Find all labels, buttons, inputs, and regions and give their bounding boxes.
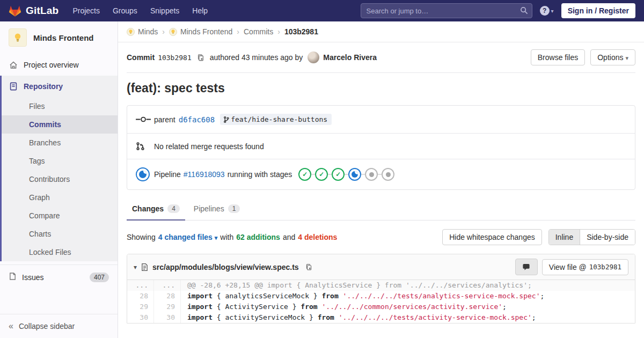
old-line-number[interactable]: ...: [127, 280, 154, 291]
commit-info-box: parent d6fac608 feat/hide-share-buttons …: [127, 105, 635, 190]
stage-passed-icon[interactable]: ✓: [315, 168, 328, 181]
sidebar-item-label: Repository: [24, 82, 63, 91]
collapse-diff-icon[interactable]: ▾: [134, 263, 137, 271]
stage-connector: [345, 174, 348, 175]
sidebar-item-graph[interactable]: Graph: [2, 188, 118, 207]
chevron-down-icon: ▾: [215, 234, 218, 241]
stage-running-icon[interactable]: [348, 168, 361, 181]
sidebar-item-locked-files[interactable]: Locked Files: [2, 243, 118, 261]
new-line-number[interactable]: 28: [154, 291, 181, 302]
with-label: with: [220, 233, 233, 241]
old-line-number[interactable]: 30: [127, 312, 154, 323]
breadcrumb-avatar-icon: [127, 28, 135, 36]
toggle-comments-button[interactable]: [515, 259, 538, 275]
primary-nav: ProjectsGroupsSnippetsHelp: [72, 6, 208, 15]
project-avatar-lightbulb-icon: [9, 28, 27, 47]
top-navbar: GitLab ProjectsGroupsSnippetsHelp ? ▾ Si…: [0, 0, 644, 21]
issues-icon: [9, 272, 17, 282]
commit-title: (feat): spec tests: [127, 81, 635, 95]
authored-text: authored 43 minutes ago by: [210, 53, 303, 62]
tab-pipelines[interactable]: Pipelines1: [188, 199, 246, 220]
stage-connector: [311, 174, 315, 175]
diff-file-path[interactable]: src/app/modules/blogs/view/view.spec.ts: [152, 263, 299, 271]
tab-changes[interactable]: Changes4: [127, 199, 185, 220]
sidebar-section-repository: Repository FilesCommitsBranchesTagsContr…: [0, 76, 118, 261]
sidebar-item-tags[interactable]: Tags: [2, 152, 118, 170]
stage-passed-icon[interactable]: ✓: [298, 168, 311, 181]
code-line: import { ActivityService } from '../../.…: [181, 302, 635, 312]
new-line-number[interactable]: 29: [154, 302, 181, 312]
comment-icon: [522, 263, 530, 271]
file-icon: [141, 263, 148, 271]
stage-created-icon[interactable]: [382, 168, 394, 181]
branch-ref-label[interactable]: feat/hide-share-buttons: [220, 114, 332, 125]
inline-toggle[interactable]: Inline: [549, 230, 580, 245]
breadcrumb: Minds›Minds Frontend›Commits›103b2981: [118, 21, 644, 42]
author-name[interactable]: Marcelo Rivera: [323, 53, 377, 62]
breadcrumb-item-commits[interactable]: Commits: [244, 27, 273, 36]
breadcrumb-item-minds-frontend[interactable]: Minds Frontend: [169, 27, 232, 36]
pipeline-status-text: running with stages: [228, 170, 292, 179]
sidebar-item-repository[interactable]: Repository: [2, 76, 118, 97]
sidebar-item-branches[interactable]: Branches: [2, 134, 118, 152]
sidebar-item-project-overview[interactable]: Project overview: [0, 54, 118, 76]
sidebar-item-commits[interactable]: Commits: [2, 115, 118, 134]
stage-passed-icon[interactable]: ✓: [332, 168, 345, 181]
sidebar-project-header[interactable]: Minds Frontend: [0, 21, 118, 54]
diff-row: 3030import { activityServiceMock } from …: [127, 312, 635, 323]
browse-files-button[interactable]: Browse files: [531, 49, 585, 65]
repository-subnav: FilesCommitsBranchesTagsContributorsGrap…: [2, 97, 118, 261]
pipeline-id-link[interactable]: #116918093: [184, 170, 225, 179]
view-file-button[interactable]: View file @ 103b2981: [542, 259, 628, 275]
document-icon: [9, 82, 18, 91]
commit-icon: [136, 116, 154, 123]
author-avatar[interactable]: [308, 52, 319, 63]
search-input[interactable]: [361, 3, 532, 18]
breadcrumb-avatar-icon: [169, 28, 177, 36]
sidebar-item-files[interactable]: Files: [2, 97, 118, 115]
help-menu[interactable]: ? ▾: [540, 6, 554, 16]
copy-path-button[interactable]: [305, 263, 312, 271]
stage-created-icon[interactable]: [365, 168, 378, 181]
chevron-down-icon: ▾: [625, 55, 628, 61]
changed-files-dropdown[interactable]: 4 changed files ▾: [158, 233, 218, 241]
sidebar-item-contributors[interactable]: Contributors: [2, 170, 118, 188]
stage-connector: [361, 174, 365, 175]
sidebar-item-charts[interactable]: Charts: [2, 225, 118, 243]
sign-in-button[interactable]: Sign in / Register: [561, 3, 635, 18]
new-line-number[interactable]: ...: [154, 280, 181, 291]
copy-sha-button[interactable]: [197, 54, 204, 62]
old-line-number[interactable]: 29: [127, 302, 154, 312]
copy-icon: [305, 263, 312, 271]
sidebar-item-issues[interactable]: Issues 407: [0, 264, 118, 289]
code-line: @@ -28,6 +28,15 @@ import { AnalyticsSer…: [181, 280, 635, 291]
gitlab-logo-text: GitLab: [26, 5, 58, 17]
pipeline-running-icon: [136, 167, 154, 181]
sidebar: Minds Frontend Project overview Reposito…: [0, 21, 118, 338]
additions-count: 62 additions: [236, 233, 280, 241]
search-icon: [520, 6, 528, 14]
diff-row: 2828import { analyticsServiceMock } from…: [127, 291, 635, 302]
breadcrumb-item-minds[interactable]: Minds: [127, 27, 158, 36]
old-line-number[interactable]: 28: [127, 291, 154, 302]
commit-header: Commit 103b2981 authored 43 minutes ago …: [127, 42, 635, 73]
collapse-label: Collapse sidebar: [19, 322, 75, 330]
hide-whitespace-button[interactable]: Hide whitespace changes: [442, 229, 542, 245]
nav-link-snippets[interactable]: Snippets: [150, 6, 179, 15]
copy-icon: [197, 54, 204, 62]
nav-link-groups[interactable]: Groups: [113, 6, 137, 15]
options-dropdown-button[interactable]: Options▾: [590, 49, 635, 65]
sidebar-item-compare[interactable]: Compare: [2, 207, 118, 225]
collapse-sidebar-button[interactable]: « Collapse sidebar: [0, 314, 118, 338]
parent-sha-link[interactable]: d6fac608: [179, 115, 215, 124]
nav-link-projects[interactable]: Projects: [72, 6, 100, 15]
side-by-side-toggle[interactable]: Side-by-side: [580, 230, 635, 245]
chevron-down-icon: ▾: [551, 8, 554, 14]
created-dot: [386, 172, 391, 177]
issues-count-badge: 407: [90, 273, 109, 282]
nav-link-help[interactable]: Help: [192, 6, 208, 15]
diff-file-header: ▾ src/app/modules/blogs/view/view.spec.t…: [127, 254, 635, 280]
new-line-number[interactable]: 30: [154, 312, 181, 323]
gitlab-logo[interactable]: GitLab: [9, 5, 58, 17]
diff-row: ......@@ -28,6 +28,15 @@ import { Analyt…: [127, 280, 635, 291]
